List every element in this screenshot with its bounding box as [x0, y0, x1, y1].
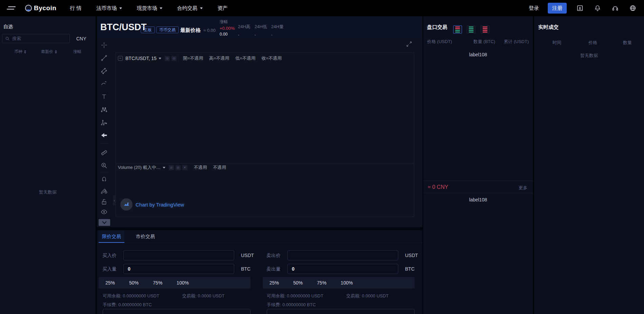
last-price-label: 最新价格	[180, 27, 201, 34]
currency-selector[interactable]: CNY	[76, 36, 86, 41]
buy-price-unit: USDT	[241, 250, 254, 260]
orderbook-view-both-icon[interactable]	[453, 25, 462, 34]
sell-amount-unit: BTC	[405, 264, 415, 274]
volume-settings-icon[interactable]: ◎	[176, 165, 181, 170]
change-percent: +0.00%	[220, 26, 235, 31]
orderbook-view-asks-icon[interactable]	[481, 25, 489, 34]
stat-label: 24H高	[238, 24, 250, 29]
column-amount: 数量	[623, 40, 632, 46]
magnet-icon[interactable]	[100, 175, 108, 183]
sell-amount-label: 卖出量	[263, 264, 281, 274]
tradingview-attribution[interactable]: Chart by TradingView	[120, 198, 184, 211]
pattern-tool-icon[interactable]	[100, 105, 108, 114]
watchlist-empty-text: 暂无数据	[0, 189, 96, 195]
buy-amount-label: 买入量	[99, 264, 117, 274]
ohlc-close: 收=不適用	[261, 56, 282, 61]
buy-balance-row: 可用余额: 0.00000000 USDT 交易额: 0.0000 USDT	[103, 293, 224, 299]
chart-widget: − BTC/USDT, 15 ◎ ◎ 開=不適用 高=不適用 低=不適用 收=不…	[97, 38, 422, 227]
notification-bell-icon[interactable]	[593, 4, 602, 13]
panel-collapse-handle[interactable]: ‹	[113, 195, 116, 205]
toolbar-divider	[100, 172, 109, 172]
nav-item-assets[interactable]: 资产	[218, 5, 228, 12]
toolbar-collapse-button[interactable]	[99, 219, 110, 226]
nav-item-quotes[interactable]: 行 情	[70, 5, 81, 12]
login-link[interactable]: 登录	[529, 5, 539, 12]
buy-percent-25[interactable]: 25%	[105, 280, 115, 286]
buy-price-label: 买入价	[99, 250, 117, 260]
search-input[interactable]	[12, 36, 67, 41]
sort-icon	[55, 50, 57, 54]
text-tool-icon[interactable]	[100, 93, 108, 101]
fullscreen-icon[interactable]	[405, 40, 413, 48]
arrow-left-icon[interactable]	[100, 131, 108, 139]
nav-item-label: 法币市场	[97, 5, 117, 12]
buy-percent-100[interactable]: 100%	[177, 280, 189, 286]
nav-item-spot-market[interactable]: 现货市场	[137, 5, 162, 12]
legend-symbol[interactable]: BTC/USDT, 15	[125, 56, 157, 61]
column-sort-coin[interactable]: 币种	[14, 49, 26, 55]
trend-line-tool-icon[interactable]	[100, 54, 108, 62]
last-price-value: ≈ 0.00	[203, 28, 216, 33]
volume-eye-icon[interactable]: ◎	[169, 165, 174, 170]
volume-label: Volume (20) 載入中…	[118, 164, 161, 171]
asks-placeholder: label108	[423, 52, 533, 57]
column-price: 价格	[588, 40, 597, 46]
legend-eye-icon[interactable]: ◎	[165, 56, 170, 61]
available-value: 0.00000000 USDT	[287, 293, 323, 298]
sell-amount-input[interactable]	[287, 264, 398, 274]
change-label: 涨幅	[220, 19, 228, 25]
buy-submit-button[interactable]	[103, 309, 250, 314]
drawing-lock-icon[interactable]	[100, 187, 108, 195]
buy-percent-75[interactable]: 75%	[153, 280, 162, 286]
volume-close-icon[interactable]: ✕	[182, 165, 187, 170]
zoom-in-icon[interactable]	[100, 161, 108, 170]
sell-submit-button[interactable]	[267, 309, 415, 314]
measure-ruler-icon[interactable]	[100, 149, 108, 157]
stat-value: -	[271, 33, 284, 37]
buy-percent-50[interactable]: 50%	[129, 280, 139, 286]
nav-item-contract-trade[interactable]: 合约交易	[177, 5, 203, 12]
nav-item-label: 行 情	[70, 5, 81, 12]
column-sort-price[interactable]: 最新价	[41, 49, 57, 55]
search-icon	[5, 36, 10, 41]
legend-collapse-icon[interactable]: −	[118, 56, 123, 61]
sell-price-input[interactable]	[287, 250, 398, 260]
nav-item-fiat-market[interactable]: 法币市场	[97, 5, 122, 12]
brush-tool-icon[interactable]	[100, 80, 108, 88]
sell-percent-100[interactable]: 100%	[341, 280, 353, 286]
eye-icon[interactable]	[100, 208, 108, 216]
available-label: 可用余额:	[267, 293, 286, 298]
crosshair-tool-icon[interactable]	[100, 41, 108, 49]
orderbook-view-bids-icon[interactable]	[467, 25, 476, 34]
chevron-down-icon	[200, 7, 203, 9]
tab-market-order[interactable]: 市价交易	[133, 230, 158, 243]
chevron-down-icon[interactable]	[159, 58, 161, 59]
gann-fib-tool-icon[interactable]	[100, 67, 108, 75]
buy-amount-input[interactable]	[123, 264, 234, 274]
logo[interactable]: Bycoin	[25, 4, 56, 12]
register-button[interactable]: 注册	[548, 3, 567, 14]
watchlist-panel: 自选 CNY 币种 最新价 涨幅 暂无数据	[0, 16, 96, 314]
buy-price-input[interactable]	[123, 250, 234, 260]
fee-label: 手续费:	[103, 302, 117, 307]
menu-icon[interactable]	[7, 6, 16, 11]
chevron-down-icon	[160, 7, 162, 9]
chevron-down-icon	[102, 221, 107, 224]
price-pane[interactable]	[116, 53, 414, 163]
support-headset-icon[interactable]	[611, 4, 620, 13]
watchlist-title: 自选	[3, 24, 13, 30]
app-download-icon[interactable]	[576, 4, 584, 13]
sell-price-unit: USDT	[405, 250, 418, 260]
badge-mainboard: 主板	[141, 26, 155, 33]
sell-percent-25[interactable]: 25%	[269, 280, 279, 286]
sell-percent-75[interactable]: 75%	[317, 280, 326, 286]
lock-open-icon[interactable]	[100, 198, 108, 206]
chart-legend: − BTC/USDT, 15 ◎ ◎ 開=不適用 高=不適用 低=不適用 收=不…	[118, 55, 282, 61]
language-globe-icon[interactable]	[628, 4, 637, 13]
more-link[interactable]: 更多	[519, 185, 527, 191]
forecast-tool-icon[interactable]	[100, 118, 108, 126]
legend-settings-icon[interactable]: ◎	[172, 56, 177, 61]
tab-limit-order[interactable]: 限价交易	[99, 230, 124, 243]
chevron-down-icon[interactable]	[163, 167, 165, 169]
sell-percent-50[interactable]: 50%	[293, 280, 303, 286]
